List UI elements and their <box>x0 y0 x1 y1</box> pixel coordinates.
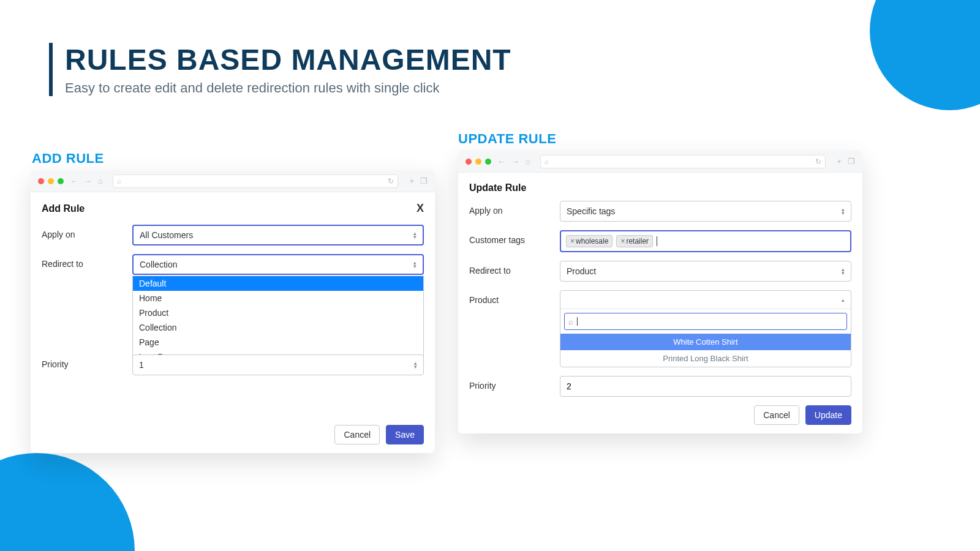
chevron-updown-icon: ▴▾ <box>842 208 845 215</box>
redirect-to-label: Redirect to <box>42 254 132 269</box>
tag-chip[interactable]: ×wholesale <box>566 235 612 247</box>
tabs-icon[interactable]: ❐ <box>848 157 855 166</box>
dropdown-option[interactable]: Home <box>133 291 423 305</box>
redirect-to-select[interactable]: Collection ▴▾ <box>132 254 424 275</box>
add-rule-form: Apply on All Customers ▴▾ Redirect to Co… <box>31 219 435 375</box>
home-icon[interactable]: ⌂ <box>98 176 103 186</box>
apply-on-select[interactable]: Specific tags ▴▾ <box>560 201 851 222</box>
product-label: Product <box>469 290 560 305</box>
new-tab-icon[interactable]: + <box>409 176 414 186</box>
update-button[interactable]: Update <box>805 405 851 425</box>
url-bar[interactable]: ⌕ ↻ <box>113 174 399 188</box>
refresh-icon[interactable]: ↻ <box>388 177 394 186</box>
dropdown-option[interactable]: Default <box>133 276 423 291</box>
search-icon: ⌕ <box>117 177 121 186</box>
cancel-button[interactable]: Cancel <box>754 405 799 425</box>
decorative-blob-bottom-left <box>0 453 135 551</box>
apply-on-label: Apply on <box>42 225 132 239</box>
product-option[interactable]: Printed Long Black Shirt <box>560 350 851 367</box>
chevron-updown-icon: ▴▾ <box>413 261 417 268</box>
dropdown-option[interactable]: Collection <box>133 320 423 335</box>
new-tab-icon[interactable]: + <box>837 157 842 166</box>
modal-footer: Cancel Save <box>334 425 424 444</box>
close-icon[interactable]: X <box>417 202 424 215</box>
tag-chip[interactable]: ×retailer <box>616 235 653 247</box>
home-icon[interactable]: ⌂ <box>526 157 530 166</box>
cancel-button[interactable]: Cancel <box>334 425 380 444</box>
update-rule-window: ← → ⌂ ⌕ ↻ + ❐ Update Rule Apply on Speci… <box>458 151 862 433</box>
minimize-window-icon[interactable] <box>475 159 481 165</box>
close-window-icon[interactable] <box>38 178 44 184</box>
maximize-window-icon[interactable] <box>485 159 491 165</box>
apply-on-value: Specific tags <box>567 206 615 216</box>
priority-label: Priority <box>42 354 132 369</box>
page-title: RULES BASED MANAGEMENT <box>65 43 511 77</box>
forward-icon[interactable]: → <box>511 157 519 166</box>
search-icon: ⌕ <box>545 157 549 166</box>
priority-select[interactable]: 1 ▴▾ <box>132 354 424 375</box>
remove-tag-icon[interactable]: × <box>570 237 575 246</box>
redirect-to-value: Product <box>567 266 596 276</box>
apply-on-label: Apply on <box>469 201 560 216</box>
product-option[interactable]: White Cotten Shirt <box>560 334 851 350</box>
back-icon[interactable]: ← <box>70 176 78 186</box>
minimize-window-icon[interactable] <box>48 178 54 184</box>
text-cursor <box>577 317 578 326</box>
modal-title: Update Rule <box>469 182 526 193</box>
add-rule-window: ← → ⌂ ⌕ ↻ + ❐ Add Rule X Apply on All Cu… <box>31 170 435 453</box>
priority-input[interactable]: 2 <box>560 376 851 397</box>
chevron-up-icon: ▴ <box>842 298 845 302</box>
product-search-input[interactable]: ⌕ <box>564 313 847 330</box>
modal-footer: Cancel Update <box>754 405 851 425</box>
section-title-add: ADD RULE <box>32 151 104 167</box>
redirect-to-select[interactable]: Product ▴▾ <box>560 261 851 282</box>
chevron-updown-icon: ▴▾ <box>414 361 417 369</box>
forward-icon[interactable]: → <box>84 176 92 186</box>
page-subtitle: Easy to create edit and delete redirecti… <box>65 80 511 96</box>
customer-tags-input[interactable]: ×wholesale ×retailer <box>560 230 851 252</box>
refresh-icon[interactable]: ↻ <box>815 157 821 166</box>
priority-value: 2 <box>567 381 571 391</box>
back-icon[interactable]: ← <box>497 157 505 166</box>
section-title-update: UPDATE RULE <box>458 131 556 147</box>
dropdown-option[interactable]: Page <box>133 335 423 350</box>
browser-chrome: ← → ⌂ ⌕ ↻ + ❐ <box>458 151 862 173</box>
browser-chrome: ← → ⌂ ⌕ ↻ + ❐ <box>31 170 435 192</box>
decorative-blob-top-right <box>870 0 980 110</box>
chevron-updown-icon: ▴▾ <box>413 231 417 239</box>
traffic-lights <box>466 159 491 165</box>
chevron-updown-icon: ▴▾ <box>842 268 845 275</box>
customer-tags-label: Customer tags <box>469 230 560 245</box>
redirect-to-label: Redirect to <box>469 261 560 276</box>
page-header: RULES BASED MANAGEMENT Easy to create ed… <box>49 43 511 96</box>
text-cursor <box>657 236 657 246</box>
maximize-window-icon[interactable] <box>58 178 64 184</box>
traffic-lights <box>38 178 64 184</box>
apply-on-select[interactable]: All Customers ▴▾ <box>132 225 424 246</box>
redirect-to-dropdown: Default Home Product Collection Page Las… <box>132 276 424 365</box>
priority-label: Priority <box>469 376 560 391</box>
product-select[interactable]: ▴ ⌕ White Cotten Shirt Printed Long Blac… <box>560 290 851 367</box>
dropdown-option[interactable]: Product <box>133 305 423 320</box>
close-window-icon[interactable] <box>466 159 472 165</box>
tabs-icon[interactable]: ❐ <box>420 176 428 186</box>
priority-value: 1 <box>139 360 144 370</box>
remove-tag-icon[interactable]: × <box>620 237 625 246</box>
update-rule-form: Apply on Specific tags ▴▾ Customer tags … <box>458 195 862 397</box>
modal-title: Add Rule <box>42 203 85 214</box>
url-bar[interactable]: ⌕ ↻ <box>540 155 826 168</box>
search-icon: ⌕ <box>568 317 573 326</box>
modal-header: Add Rule X <box>31 192 435 219</box>
save-button[interactable]: Save <box>386 425 424 444</box>
apply-on-value: All Customers <box>140 230 193 240</box>
redirect-to-value: Collection <box>140 260 177 269</box>
modal-header: Update Rule <box>458 173 862 195</box>
